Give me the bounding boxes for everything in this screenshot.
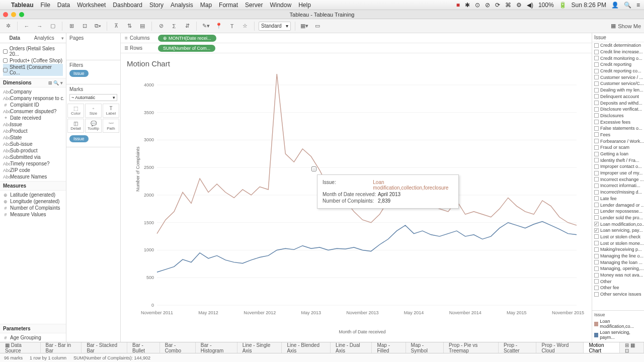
menu-story[interactable]: Story (149, 2, 164, 9)
issue-checkbox[interactable]: Getting a loan (592, 151, 644, 157)
issue-checkbox[interactable]: Improper contact o... (592, 163, 644, 170)
issue-checkbox[interactable]: Identity theft / Fra... (592, 157, 644, 163)
battery-icon[interactable]: 🔋 (559, 2, 567, 9)
field-item[interactable]: AbcTimely response? (2, 160, 64, 167)
sheet-tab[interactable]: Line - Blended Axis (282, 342, 331, 353)
forward-button[interactable]: → (35, 21, 45, 31)
wifi-icon[interactable]: ⚙ (516, 2, 522, 9)
clear-button[interactable]: ⊼ (111, 21, 121, 31)
mark-color[interactable]: ⬚Color (67, 104, 84, 118)
color-pill-issue[interactable]: Issue (69, 135, 89, 142)
field-item[interactable]: AbcProduct (2, 128, 64, 134)
menu-data[interactable]: Data (57, 2, 70, 9)
sort-asc-button[interactable]: ▤ (137, 21, 147, 31)
new-sheet-button[interactable]: ⊞ ▦ ⊡ (620, 342, 644, 353)
rows-pill[interactable]: SUM(Number of Com... (158, 45, 215, 52)
field-item[interactable]: AbcConsumer disputed? (2, 108, 64, 115)
issue-checkbox[interactable]: Customer service / ... (592, 74, 644, 80)
issue-checkbox[interactable]: Credit monitoring o... (592, 55, 644, 61)
sheet-tab[interactable]: Bar - Bullet (127, 342, 160, 353)
minimize-button[interactable] (11, 12, 16, 17)
field-item[interactable]: #Measure Values (2, 211, 64, 218)
issue-checkbox[interactable]: Credit reporting co... (592, 68, 644, 74)
issue-checkbox[interactable]: Other (592, 278, 644, 285)
label-button[interactable]: T (227, 21, 237, 31)
rows-shelf[interactable]: Rows (130, 45, 158, 51)
battery-pct[interactable]: 100% (538, 2, 554, 9)
field-item[interactable]: AbcState (2, 134, 64, 141)
field-item[interactable]: #Age Grouping (2, 334, 64, 341)
issue-checkbox[interactable]: Credit line increase... (592, 49, 644, 55)
mark-type-dropdown[interactable]: ~ Automatic▾ (69, 94, 117, 101)
legend-item[interactable]: Loan modification,co... (594, 318, 642, 329)
menu-dashboard[interactable]: Dashboard (113, 2, 142, 9)
fit-dropdown[interactable]: Standard▾ (259, 22, 291, 31)
sheet-tab[interactable]: Bar - Bar in Bar (41, 342, 82, 353)
datasource-item[interactable]: Sheet1 (Consumer Co... (3, 64, 63, 76)
menu-analysis[interactable]: Analysis (171, 2, 193, 9)
sort-button[interactable]: ⇵ (182, 21, 192, 31)
issue-checkbox[interactable]: Improper use of my... (592, 170, 644, 176)
field-item[interactable]: ⊕Latitude (generated) (2, 192, 64, 198)
tab-datasource[interactable]: ▦ Data Source (0, 342, 41, 353)
field-item[interactable]: AbcMeasure Names (2, 173, 64, 180)
issue-checkbox[interactable]: Credit determination (592, 42, 644, 49)
field-item[interactable]: AbcSub-product (2, 147, 64, 154)
datasource-item[interactable]: Product+ (Coffee Shop) (3, 57, 63, 64)
showme-button[interactable]: ▦ Show Me (611, 23, 641, 29)
pages-shelf[interactable]: Pages (69, 35, 117, 41)
field-item[interactable]: ⌖Date received (2, 115, 64, 121)
issue-checkbox[interactable]: Dealing with my len... (592, 87, 644, 94)
field-item[interactable]: AbcZIP code (2, 167, 64, 173)
issue-checkbox[interactable]: Lender repossesse... (592, 208, 644, 215)
sheet-tab[interactable]: Map - Symbol (406, 342, 444, 353)
sheet-tab[interactable]: Prop - Scatter (499, 342, 537, 353)
app-name[interactable]: Tableau (11, 2, 33, 9)
issue-checkbox[interactable]: Managing the line o... (592, 253, 644, 259)
volume-icon[interactable]: ◀︎) (527, 2, 533, 9)
issue-checkbox[interactable]: Money was not ava... (592, 272, 644, 279)
spotlight-icon[interactable]: 🔍 (624, 2, 631, 9)
datasource-item[interactable]: Orders (Retail Sales 20... (3, 45, 63, 57)
tableau-logo-icon[interactable]: ✲ (3, 21, 13, 31)
issue-checkbox[interactable]: Disclosure verificat... (592, 106, 644, 113)
menu-window[interactable]: Window (270, 2, 291, 9)
swap-button[interactable]: ⇅ (124, 21, 134, 31)
show-cards-button[interactable]: ▦▾ (299, 21, 309, 31)
highlight-button[interactable]: ✎▾ (201, 21, 211, 31)
new-datasource-button[interactable]: ⊞ (66, 21, 76, 31)
menu-format[interactable]: Format (219, 2, 238, 9)
issue-checkbox[interactable]: Lost or stolen mone... (592, 240, 644, 246)
menu-file[interactable]: File (40, 2, 50, 9)
sheet-tab[interactable]: Bar - Histogram (196, 342, 237, 353)
sheet-tab[interactable]: Line - Single Axis (237, 342, 282, 353)
issue-checkbox[interactable]: Lender sold the pro... (592, 215, 644, 221)
issue-checkbox[interactable]: Customer service/C... (592, 80, 644, 87)
sheet-tab[interactable]: Bar - Combo (160, 342, 196, 353)
issue-checkbox[interactable]: Other service issues (592, 291, 644, 298)
sheet-tab[interactable]: Prop - Word Cloud (536, 342, 584, 353)
zoom-button[interactable] (19, 12, 24, 17)
columns-pill[interactable]: ⊕ MONTH(Date recei... (158, 35, 216, 42)
sheet-tab[interactable]: Motion Chart (584, 342, 620, 353)
field-item[interactable]: AbcSubmitted via (2, 154, 64, 160)
status-icon[interactable]: ⟳ (495, 2, 500, 9)
issue-checkbox[interactable]: Making/receiving p... (592, 246, 644, 253)
status-icon[interactable]: ■ (456, 2, 460, 9)
legend-item[interactable]: Loan servicing, paym... (594, 329, 642, 340)
issue-checkbox[interactable]: Lost or stolen check (592, 234, 644, 240)
field-item[interactable]: AbcIssue (2, 121, 64, 128)
issue-checkbox[interactable]: Fraud or scam (592, 144, 644, 151)
mark-path[interactable]: 〰Path (103, 119, 119, 133)
mark-label[interactable]: TLabel (103, 104, 119, 118)
viz-title[interactable]: Motion Chart (125, 57, 588, 71)
fix-button[interactable]: ☆ (240, 21, 250, 31)
issue-checkbox[interactable]: Fees (592, 132, 644, 138)
mark-detail[interactable]: ◫Detail (67, 119, 84, 133)
sheet-tab[interactable]: Line - Dual Axis (331, 342, 372, 353)
chart[interactable]: Number of Complaints 0500100015002000250… (139, 71, 586, 337)
menu-help[interactable]: Help (298, 2, 311, 9)
clock[interactable]: Sun 8:26 PM (572, 2, 606, 9)
close-button[interactable] (3, 12, 8, 17)
issue-checkbox[interactable]: Managing the loan ... (592, 259, 644, 265)
